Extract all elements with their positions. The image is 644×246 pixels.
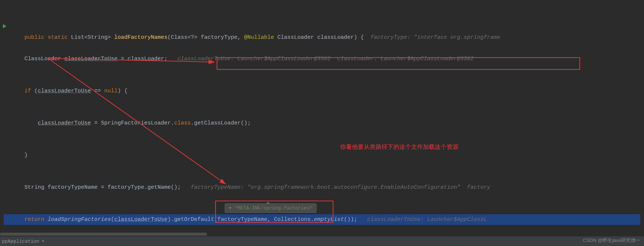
inline-hint: factoryType: "interface org.springframe xyxy=(364,34,500,41)
code-line: String factoryTypeName = factoryType.get… xyxy=(4,182,640,193)
editor-tab-bar: ppApplication× xyxy=(0,236,644,246)
plus-icon: + xyxy=(229,205,235,211)
run-gutter-icon[interactable] xyxy=(3,24,6,28)
code-line: public static List<String> loadFactoryNa… xyxy=(4,21,640,32)
code-line: classLoaderToUse = SpringFactoriesLoader… xyxy=(4,118,640,129)
inline-hint: factoryTypeName: "org.springframework.bo… xyxy=(181,184,490,191)
scrollbar-thumb[interactable] xyxy=(0,233,207,236)
close-icon[interactable]: × xyxy=(41,239,44,244)
annotation-text: 你看他要从类路径下的这个文件加载这个资源 xyxy=(340,143,458,151)
code-line: } xyxy=(4,150,640,161)
editor-tab[interactable]: ppApplication× xyxy=(2,239,44,244)
annotation-box xyxy=(217,57,580,70)
inline-hint: classLoaderToUse: Launcher$AppClassL xyxy=(357,216,487,223)
horizontal-scrollbar[interactable] xyxy=(0,232,644,236)
watermark: CSDN @野生java研究僧一 xyxy=(583,237,641,244)
code-line: if (classLoaderToUse == null) { xyxy=(4,86,640,96)
evaluate-tooltip[interactable]: + "META-INF/spring.factories" xyxy=(225,204,316,213)
